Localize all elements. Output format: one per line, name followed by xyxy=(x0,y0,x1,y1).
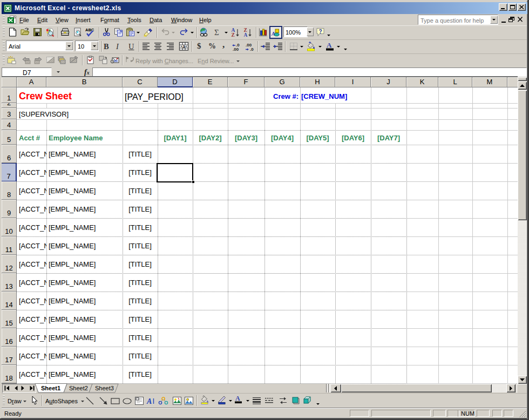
svg-text:?: ? xyxy=(319,29,322,35)
svg-text:Sheet3: Sheet3 xyxy=(95,385,114,391)
svg-text:Sheet1: Sheet1 xyxy=(41,385,60,391)
svg-text:ABC: ABC xyxy=(85,28,94,32)
svg-text:a: a xyxy=(182,43,186,49)
svg-text:Z: Z xyxy=(232,32,235,38)
svg-text:.00: .00 xyxy=(233,47,239,52)
svg-text:A: A xyxy=(327,41,332,49)
svg-text:Σ: Σ xyxy=(214,28,219,37)
svg-text:Sheet2: Sheet2 xyxy=(69,385,88,391)
svg-text:A: A xyxy=(244,32,248,38)
svg-text:A: A xyxy=(235,395,240,402)
svg-text:.0: .0 xyxy=(250,47,254,52)
svg-text:A: A xyxy=(146,397,152,405)
